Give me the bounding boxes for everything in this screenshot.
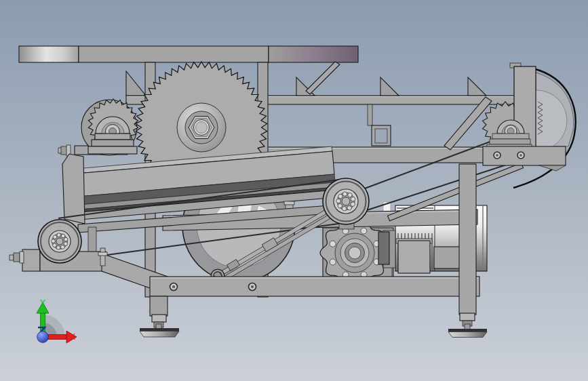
top-beam[interactable] <box>19 46 358 62</box>
x-axis-label: X <box>70 332 76 342</box>
motor-junction-box[interactable] <box>434 247 460 268</box>
top-beam-segment-left[interactable] <box>19 46 79 62</box>
base-beam-bolt <box>249 283 256 291</box>
tube-stub <box>368 104 372 125</box>
leveling-foot-left[interactable] <box>140 328 179 337</box>
origin-sphere <box>37 332 49 343</box>
pulley-strut <box>88 227 96 253</box>
trough-end-plate <box>62 154 85 224</box>
square-tube-hole <box>375 129 387 143</box>
y-axis-label: Y <box>39 298 45 308</box>
gearbox-input-pulley <box>378 232 389 264</box>
top-beam-segment-mid[interactable] <box>79 46 269 62</box>
cad-viewport[interactable]: Y X <box>0 0 588 381</box>
motor-terminal-box[interactable] <box>398 241 430 273</box>
hanging-stud <box>100 248 105 266</box>
leveling-foot-right[interactable] <box>448 329 487 338</box>
end-bolt <box>9 255 14 260</box>
frame-end-block <box>22 249 40 271</box>
belt-pulley-left[interactable] <box>38 220 81 263</box>
leg-right[interactable] <box>459 164 476 329</box>
base-beam-bolt <box>170 283 178 291</box>
top-beam-segment-right[interactable] <box>269 46 358 62</box>
base-beam[interactable] <box>150 277 479 296</box>
cad-application-window: Y X <box>0 0 588 381</box>
